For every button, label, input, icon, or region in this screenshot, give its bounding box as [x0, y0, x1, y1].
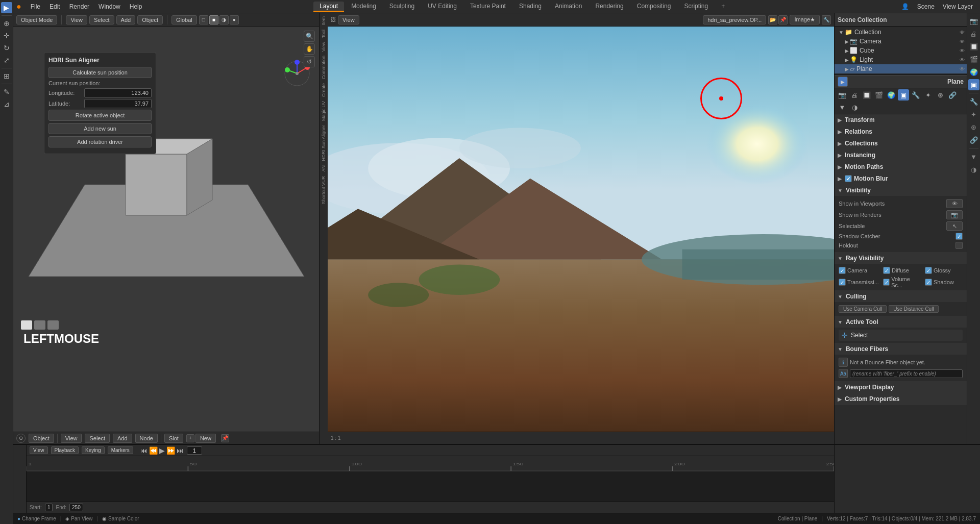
ray-visibility-header[interactable]: ▼ Ray Visibility: [835, 253, 967, 264]
physics-props-tab[interactable]: ⊛: [935, 89, 946, 101]
active-tool-selector[interactable]: ✛ Select: [839, 330, 963, 341]
scale-tool-icon[interactable]: ⤢: [1, 55, 12, 66]
add-rotation-btn[interactable]: Add rotation driver: [48, 136, 152, 147]
ray-camera-checkbox[interactable]: ✓: [839, 267, 846, 274]
latitude-value[interactable]: 37.97: [84, 99, 152, 108]
tool-panel-tab[interactable]: Tool: [320, 28, 327, 40]
timeline-keying-btn[interactable]: Keying: [82, 446, 105, 454]
tab-uv-editing[interactable]: UV Editing: [422, 2, 463, 12]
vp-select-btn[interactable]: Select: [85, 434, 110, 443]
solid-btn[interactable]: ■: [209, 15, 218, 24]
an-panel-tab[interactable]: AN: [320, 163, 327, 174]
wireframe-btn[interactable]: □: [199, 15, 208, 24]
ri-world-icon[interactable]: 🌍: [968, 66, 979, 78]
ri-render-icon[interactable]: 📷: [968, 15, 979, 27]
hdri-panel-tab[interactable]: HDRI Sun Aligner: [320, 123, 327, 163]
use-distance-cull-btn[interactable]: Use Distance Cull: [889, 305, 938, 313]
motion-paths-header[interactable]: ▶ Motion Paths: [835, 161, 967, 172]
bounce-fibers-header[interactable]: ▼ Bounce Fibers: [835, 343, 967, 355]
tab-rendering[interactable]: Rendering: [589, 2, 629, 12]
show-renders-toggle[interactable]: 📷: [946, 210, 963, 219]
show-viewports-toggle[interactable]: 👁: [946, 199, 963, 208]
vp-node-btn[interactable]: Node: [135, 434, 158, 443]
view-menu[interactable]: View: [66, 15, 87, 24]
frame-end-input[interactable]: 250: [69, 504, 83, 511]
visibility-header[interactable]: ▼ Visibility: [835, 185, 967, 196]
render-props-tab[interactable]: 📷: [837, 89, 848, 101]
collection-eye[interactable]: 👁: [960, 30, 965, 35]
create-panel-tab[interactable]: Create: [320, 81, 327, 99]
constraints-props-tab[interactable]: 🔗: [947, 89, 958, 101]
vp-object-btn[interactable]: Object: [29, 434, 54, 443]
add-menu[interactable]: Add: [116, 15, 136, 24]
add-sun-btn[interactable]: Add new sun: [48, 123, 152, 134]
vp-add-btn[interactable]: Add: [113, 434, 132, 443]
modifier-props-tab[interactable]: 🔧: [910, 89, 921, 101]
prev-frame-btn[interactable]: ⏪: [149, 446, 158, 455]
cube-eye[interactable]: 👁: [960, 48, 965, 54]
plane-eye[interactable]: 👁: [960, 66, 965, 72]
hdri-filename[interactable]: hdri_sa_preview.OP...: [703, 15, 766, 24]
vp-slot-btn[interactable]: Slot: [164, 434, 183, 443]
motion-blur-checkbox[interactable]: ✓: [845, 175, 852, 182]
pan-nav-btn[interactable]: ✋: [304, 43, 315, 55]
cursor-tool-icon[interactable]: ⊕: [1, 18, 12, 29]
item-panel-tab[interactable]: Item: [320, 14, 327, 28]
tab-modeling[interactable]: Modeling: [345, 2, 382, 12]
menu-window[interactable]: Window: [94, 2, 125, 11]
zoom-nav-btn[interactable]: 🔍: [304, 31, 315, 42]
ri-modifier-icon[interactable]: 🔧: [968, 96, 979, 107]
props-type-btn[interactable]: ▶: [838, 77, 848, 87]
shortcut-vur-panel-tab[interactable]: Shortcut VUR: [320, 174, 327, 206]
play-btn[interactable]: ▶: [159, 446, 165, 455]
ri-viewlayer-icon[interactable]: 🔲: [968, 41, 979, 52]
longitude-value[interactable]: 123.40: [84, 88, 152, 97]
camera-item[interactable]: ▶ 📷 Camera 👁: [835, 37, 967, 46]
next-frame-btn[interactable]: ⏩: [166, 446, 175, 455]
tab-texture-paint[interactable]: Texture Paint: [464, 2, 512, 12]
relations-header[interactable]: ▶ Relations: [835, 126, 967, 137]
tab-scripting[interactable]: Scripting: [678, 2, 714, 12]
ri-physics-icon[interactable]: ⊛: [968, 121, 979, 133]
hdri-pin-btn[interactable]: 📌: [778, 15, 788, 24]
ri-constraints-icon[interactable]: 🔗: [968, 134, 979, 145]
menu-edit[interactable]: Edit: [45, 2, 64, 11]
transform-tool-icon[interactable]: ⊞: [1, 70, 12, 82]
tab-animation[interactable]: Animation: [549, 2, 588, 12]
selectable-toggle[interactable]: ↖: [946, 221, 963, 231]
material-props-tab[interactable]: ◑: [849, 102, 860, 113]
collections-header[interactable]: ▶ Collections: [835, 138, 967, 149]
view-panel-tab[interactable]: View: [320, 40, 327, 54]
custom-properties-header[interactable]: ▶ Custom Properties: [835, 393, 967, 405]
menu-render[interactable]: Render: [65, 2, 93, 11]
mode-selector[interactable]: Object Mode: [16, 15, 57, 24]
orbit-nav-btn[interactable]: ↺: [304, 56, 315, 67]
object-menu[interactable]: Object: [137, 15, 163, 24]
ray-transmission-checkbox[interactable]: ✓: [839, 279, 846, 286]
3d-scene-area[interactable]: X Z HDR: [13, 27, 319, 432]
rotate-tool-icon[interactable]: ↻: [1, 42, 12, 54]
global-btn[interactable]: Global: [172, 15, 197, 24]
timeline-playback-btn[interactable]: Playback: [51, 446, 79, 454]
jump-end-btn[interactable]: ⏭: [177, 446, 184, 455]
material-btn[interactable]: ◑: [219, 15, 229, 24]
render-layer-name[interactable]: View Layer: [940, 2, 976, 11]
ray-volume-checkbox[interactable]: ✓: [883, 279, 890, 286]
frame-icon[interactable]: ⊙: [16, 434, 26, 443]
move-tool-icon[interactable]: ✛: [1, 30, 12, 41]
timeline-markers-btn[interactable]: Markers: [108, 446, 133, 454]
timeline-tracks[interactable]: 1 50 100 150 200 250: [27, 456, 834, 502]
collection-item[interactable]: ▼ 📁 Collection 👁: [835, 28, 967, 37]
plane-item[interactable]: ▶ ▱ Plane 👁: [835, 64, 967, 73]
use-camera-cull-btn[interactable]: Use Camera Cull: [839, 305, 887, 313]
tab-shading[interactable]: Shading: [513, 2, 548, 12]
blender-icon[interactable]: ●: [16, 2, 21, 11]
camera-eye[interactable]: 👁: [960, 39, 965, 44]
hdri-browse-btn[interactable]: 📂: [768, 15, 777, 24]
motion-blur-header[interactable]: ▶ ✓ Motion Blur: [835, 173, 967, 184]
tab-add[interactable]: +: [715, 2, 731, 12]
hdri-image-area[interactable]: [328, 27, 834, 432]
select-tool-icon[interactable]: ▶: [1, 2, 12, 13]
instancing-header[interactable]: ▶ Instancing: [835, 149, 967, 161]
user-icon[interactable]: 👤: [898, 2, 912, 11]
